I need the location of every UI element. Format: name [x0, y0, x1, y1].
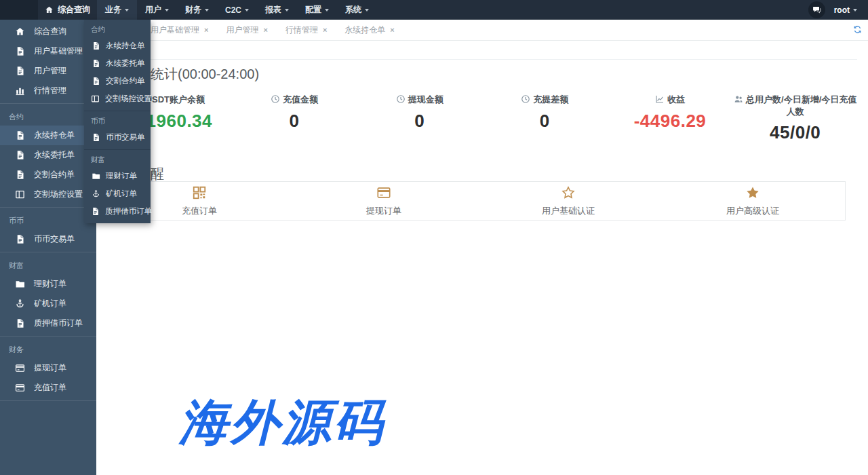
reminder-title: 醒 [151, 165, 164, 183]
nav-item-system[interactable]: 系统 [337, 0, 377, 20]
quick-link-user-advanced-verify[interactable]: 用户高级认证 [660, 185, 845, 217]
stat-card-label: 充值金额 [232, 94, 357, 106]
sidebar-item-label: 交割场控设置 [34, 189, 83, 200]
dropdown-item-perpetual-entrust-orders[interactable]: 永续委托单 [84, 54, 151, 72]
home-icon [45, 5, 54, 14]
tab-close-icon[interactable]: × [390, 26, 394, 34]
refresh-icon [853, 25, 862, 34]
hamburger-button[interactable] [0, 0, 38, 20]
nav-item-label: 报表 [265, 4, 281, 16]
dropdown-item-delivery-contract-orders[interactable]: 交割合约单 [84, 72, 151, 90]
nav-item-report[interactable]: 报表 [257, 0, 297, 20]
quick-link-withdraw-orders[interactable]: 提现订单 [292, 185, 476, 217]
sidebar-section-header: 币币 [0, 210, 96, 229]
stat-card-recharge-amount: 充值金额0 [232, 94, 357, 132]
file-icon [14, 46, 25, 56]
sidebar-item-label: 综合查询 [34, 26, 66, 37]
chevron-down-icon [165, 9, 169, 12]
refresh-button[interactable] [853, 24, 862, 37]
dropdown-item-label: 交割场控设置 [105, 94, 152, 104]
sidebar-item-overview[interactable]: 综合查询 [0, 22, 96, 41]
sidebar-section: 综合查询用户基础管理用户管理行情管理 [0, 20, 96, 103]
nav-right: root [808, 0, 868, 20]
dropdown-item-label: 币币交易单 [106, 132, 145, 142]
sidebar-item-user-basic-management[interactable]: 用户基础管理 [0, 41, 96, 61]
tab-user-basic-management[interactable]: 用户基础管理× [151, 24, 208, 36]
sidebar-item-miner-orders[interactable]: 矿机订单 [0, 294, 96, 314]
dropdown-item-miner-orders[interactable]: 矿机订单 [84, 185, 151, 202]
qrcode-icon [192, 185, 207, 200]
star-outline-icon [561, 185, 576, 200]
chat-button[interactable] [808, 1, 825, 18]
dropdown-item-pledge-loan-orders[interactable]: 质押借币订单 [84, 202, 151, 220]
nav-item-user[interactable]: 用户 [137, 0, 177, 20]
credit-card-icon [376, 185, 391, 200]
nav-item-label: 业务 [105, 4, 121, 16]
hamburger-icon [13, 5, 26, 14]
chevron-down-icon [853, 9, 857, 12]
sidebar-section: 财务提现订单充值订单 [0, 336, 96, 400]
sidebar-item-wealth-orders[interactable]: 理财订单 [0, 274, 96, 294]
admin-dashboard: 综合查询 业务用户财务C2C报表配置系统 root 综合查询用户基础管理用户管理… [0, 0, 868, 475]
sidebar-item-recharge-orders[interactable]: 充值订单 [0, 378, 96, 398]
sidebar-item-delivery-contract-orders[interactable]: 交割合约单 [0, 165, 96, 185]
dropdown-item-coin-trade-orders[interactable]: 币币交易单 [84, 128, 151, 146]
sidebar-item-user-management[interactable]: 用户管理 [0, 61, 96, 81]
folder-icon [91, 172, 100, 180]
quick-link-label: 提现订单 [292, 205, 476, 217]
columns-icon [91, 94, 100, 103]
file-icon [91, 59, 100, 68]
dropdown-item-label: 永续持仓单 [106, 41, 145, 51]
stat-card-label: 充提差额 [482, 94, 608, 106]
stat-card-label: 提现金额 [357, 94, 482, 106]
sidebar-item-label: 用户基础管理 [34, 45, 83, 57]
nav-item-label: 财务 [185, 4, 201, 16]
stats-title: 统计(00:00-24:00) [151, 65, 259, 83]
tab-label: 用户基础管理 [151, 24, 199, 36]
nav-brand[interactable]: 综合查询 [45, 0, 90, 20]
tab-label: 行情管理 [285, 24, 318, 36]
sidebar-item-label: 质押借币订单 [34, 318, 83, 329]
nav-item-business[interactable]: 业务 [97, 0, 137, 20]
sidebar-item-withdraw-orders[interactable]: 提现订单 [0, 358, 96, 378]
tab-close-icon[interactable]: × [204, 26, 208, 34]
file-icon [14, 150, 25, 160]
tab-user-management[interactable]: 用户管理× [226, 24, 267, 36]
sidebar-item-delivery-control-settings[interactable]: 交割场控设置 [0, 185, 96, 204]
sidebar-item-market-management[interactable]: 行情管理 [0, 81, 96, 100]
nav-item-config[interactable]: 配置 [297, 0, 337, 20]
tab-market-management[interactable]: 行情管理× [285, 24, 327, 36]
file-icon [14, 66, 25, 76]
sidebar-section-header: 财务 [0, 339, 96, 358]
sidebar-item-coin-trade-orders[interactable]: 币币交易单 [0, 229, 96, 249]
chevron-down-icon [205, 9, 209, 12]
sidebar-divider [0, 400, 96, 401]
sidebar-item-perpetual-entrust-orders[interactable]: 永续委托单 [0, 145, 96, 165]
nav-item-c2c[interactable]: C2C [217, 0, 257, 20]
stat-card-recharge-withdraw-diff: 充提差额0 [482, 94, 608, 132]
chevron-down-icon [365, 9, 369, 12]
quick-link-user-basic-verify[interactable]: 用户基础认证 [476, 185, 660, 217]
chevron-down-icon [325, 9, 329, 12]
dropdown-item-wealth-orders[interactable]: 理财订单 [84, 167, 151, 185]
stat-card-value: 0 [232, 111, 357, 132]
sidebar-item-label: 提现订单 [34, 362, 66, 374]
dropdown-item-perpetual-position-orders[interactable]: 永续持仓单 [84, 37, 151, 54]
nav-item-finance[interactable]: 财务 [177, 0, 217, 20]
file-icon [14, 130, 25, 140]
tab-perpetual-position-orders[interactable]: 永续持仓单× [344, 24, 394, 36]
sidebar-item-pledge-loan-orders[interactable]: 质押借币订单 [0, 314, 96, 333]
sidebar-item-label: 币币交易单 [34, 233, 75, 245]
tab-close-icon[interactable]: × [323, 26, 327, 34]
credit-card-icon [14, 363, 25, 373]
user-menu[interactable]: root [834, 5, 857, 15]
sidebar-item-label: 交割合约单 [34, 169, 75, 180]
sidebar-section-header: 合约 [0, 106, 96, 126]
sidebar-item-perpetual-position-orders[interactable]: 永续持仓单 [0, 126, 96, 145]
nav-item-label: C2C [225, 5, 241, 15]
dropdown-item-delivery-control-settings[interactable]: 交割场控设置 [84, 90, 151, 107]
tab-close-icon[interactable]: × [263, 26, 267, 34]
tab-bar: 用户基础管理×用户管理×行情管理×永续持仓单× [96, 20, 868, 41]
user-menu-label: root [834, 5, 850, 15]
stat-card-label: 收益 [608, 94, 733, 106]
